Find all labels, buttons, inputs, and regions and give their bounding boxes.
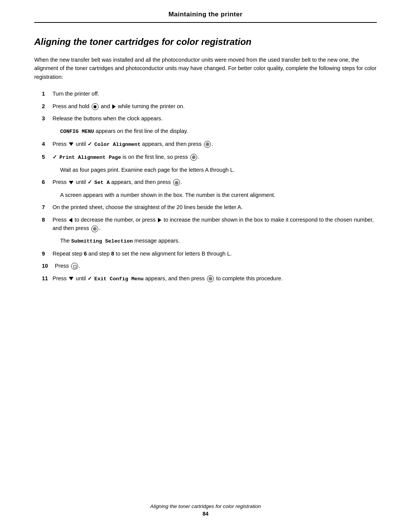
- print-alignment-text: Print Alignment Page: [59, 155, 121, 160]
- step-6: 6 Press until ✓ Set A appears, and then …: [34, 178, 377, 187]
- step-11: 11 Press until ✓ Exit Config Menu appear…: [34, 274, 377, 283]
- step-number-9: 9: [34, 249, 53, 258]
- step-content-11: Press until ✓ Exit Config Menu appears, …: [53, 274, 377, 283]
- step-5-sub: Wait as four pages print. Examine each p…: [60, 166, 377, 174]
- step-3-sub: CONFIG MENU appears on the first line of…: [60, 127, 377, 136]
- select-icon-4: ◎: [204, 141, 211, 148]
- checkmark-11: ✓: [88, 275, 92, 281]
- step-9: 9 Repeat step 6 and step 8 to set the ne…: [34, 249, 377, 258]
- step-content-9: Repeat step 6 and step 8 to set the new …: [53, 249, 377, 258]
- footer-italic: Aligning the toner cartridges for color …: [0, 503, 411, 509]
- step-2: 2 Press and hold ⏺ and while turning the…: [34, 102, 377, 110]
- step-number-4: 4: [34, 140, 53, 148]
- down-arrow-icon-6: [69, 181, 73, 184]
- footer-page-number: 84: [0, 511, 411, 517]
- step-content-3: Release the buttons when the clock appea…: [53, 114, 377, 123]
- step-content-6: Press until ✓ Set A appears, and then pr…: [53, 178, 377, 187]
- down-arrow-icon-11: [69, 277, 73, 280]
- intro-paragraph: When the new transfer belt was installed…: [34, 56, 377, 81]
- step-number-10: 10: [34, 262, 55, 270]
- step-number-3: 3: [34, 114, 53, 123]
- step-8-sub: The Submitting Selection message appears…: [60, 236, 377, 246]
- select-icon-11: ◎: [207, 275, 214, 282]
- right-arrow-icon: [112, 104, 116, 109]
- step-number-8: 8: [34, 216, 53, 224]
- power-icon: ⏺: [92, 103, 99, 110]
- steps-list: 1 Turn the printer off. 2 Press and hold…: [34, 89, 377, 283]
- section-title: Aligning the toner cartridges for color …: [34, 37, 377, 47]
- step-content-2: Press and hold ⏺ and while turning the p…: [53, 102, 377, 110]
- submitting-text: Submitting Selection: [71, 238, 133, 244]
- step-content-8: Press to decrease the number, or press t…: [53, 216, 377, 233]
- step-number-6: 6: [34, 178, 53, 186]
- header-title: Maintaining the printer: [169, 11, 243, 18]
- step-number-5: 5: [34, 153, 53, 161]
- page-header: Maintaining the printer: [34, 0, 377, 23]
- step-4: 4 Press until ✓ Color Alignment appears,…: [34, 140, 377, 149]
- select-icon-8: ◎: [91, 225, 98, 232]
- down-arrow-icon: [69, 142, 73, 146]
- step-number-1: 1: [34, 89, 53, 98]
- color-alignment-text: Color Alignment: [94, 142, 141, 147]
- step-content-10: Press ▢.: [55, 262, 377, 270]
- exit-config-text: Exit Config Menu: [94, 276, 144, 282]
- set-a-text: Set A: [94, 180, 110, 185]
- stop-icon: ▢: [71, 263, 78, 270]
- select-icon-5: ◎: [190, 154, 197, 161]
- step-8: 8 Press to decrease the number, or press…: [34, 216, 377, 233]
- checkmark-4: ✓: [88, 141, 92, 147]
- step-number-11: 11: [34, 274, 53, 283]
- step-content-7: On the printed sheet, choose the straigh…: [53, 203, 377, 211]
- checkmark-6: ✓: [88, 179, 92, 185]
- left-arrow-icon: [69, 218, 72, 222]
- page-footer: Aligning the toner cartridges for color …: [0, 503, 411, 517]
- step-5: 5 ✓ Print Alignment Page is on the first…: [34, 153, 377, 162]
- step-content-1: Turn the printer off.: [53, 89, 377, 98]
- step-number-2: 2: [34, 102, 53, 110]
- step-1: 1 Turn the printer off.: [34, 89, 377, 98]
- select-icon-6: ◎: [173, 179, 180, 186]
- step-number-7: 7: [34, 203, 53, 211]
- checkmark-5: ✓: [53, 154, 57, 160]
- step-10: 10 Press ▢.: [34, 262, 377, 270]
- step-3: 3 Release the buttons when the clock app…: [34, 114, 377, 123]
- page: Maintaining the printer Aligning the ton…: [0, 0, 411, 532]
- right-arrow-icon-8: [158, 218, 161, 222]
- step-content-5: ✓ Print Alignment Page is on the first l…: [53, 153, 377, 162]
- step-content-4: Press until ✓ Color Alignment appears, a…: [53, 140, 377, 149]
- step-6-sub: A screen appears with a number shown in …: [60, 191, 377, 199]
- step-7: 7 On the printed sheet, choose the strai…: [34, 203, 377, 211]
- config-menu-text: CONFIG MENU: [60, 129, 94, 134]
